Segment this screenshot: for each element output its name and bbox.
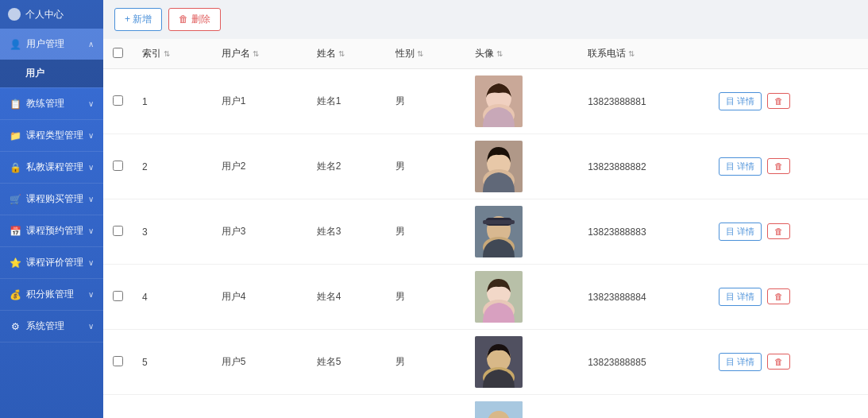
course-reservation-label: 课程预约管理 xyxy=(26,224,83,238)
course-purchase-chevron: ∨ xyxy=(88,195,94,203)
row-avatar-cell xyxy=(465,395,578,419)
teacher-mgmt-label: 教练管理 xyxy=(26,97,64,110)
avatar-2 xyxy=(475,141,523,192)
row-realname: 姓名5 xyxy=(307,330,387,395)
avatar-3 xyxy=(475,206,523,257)
sidebar-item-course-type[interactable]: 📁 课程类型管理 ∨ xyxy=(0,120,103,151)
table-container: 索引⇅ 用户名⇅ 姓名⇅ 性别⇅ 头像⇅ 联系电话⇅ 1 用户1 姓名1 男 xyxy=(103,39,868,418)
row-index: 5 xyxy=(133,330,212,395)
sort-index-icon: ⇅ xyxy=(164,49,170,58)
sidebar-item-system[interactable]: ⚙ 系统管理 ∨ xyxy=(0,311,103,342)
row-username: 用户1 xyxy=(212,69,307,134)
avatar-6 xyxy=(475,401,523,418)
course-type-icon: 📁 xyxy=(10,130,21,141)
detail-button-1[interactable]: 目 详情 xyxy=(719,92,762,110)
menu-group-course-purchase: 🛒 课程购买管理 ∨ xyxy=(0,184,103,215)
delete-row-button-5[interactable]: 🗑 xyxy=(767,354,790,370)
sort-realname-icon: ⇅ xyxy=(338,49,345,58)
system-label: 系统管理 xyxy=(26,319,64,333)
row-actions: 目 详情 🗑 xyxy=(709,395,868,419)
th-phone: 联系电话⇅ xyxy=(578,39,709,69)
delete-row-button-1[interactable]: 🗑 xyxy=(767,93,790,109)
avatar-4 xyxy=(475,271,523,323)
table-header-row: 索引⇅ 用户名⇅ 姓名⇅ 性别⇅ 头像⇅ 联系电话⇅ xyxy=(103,39,868,69)
row-checkbox-1[interactable] xyxy=(113,95,123,106)
row-index: 1 xyxy=(133,69,212,134)
menu-group-course-reservation: 📅 课程预约管理 ∨ xyxy=(0,215,103,247)
row-avatar-cell xyxy=(465,134,578,199)
row-gender: 男 xyxy=(386,69,465,134)
detail-button-2[interactable]: 目 详情 xyxy=(719,157,762,176)
row-phone: 13823888881 xyxy=(578,69,709,134)
course-type-chevron: ∨ xyxy=(88,131,94,140)
sidebar-item-integral[interactable]: 💰 积分账管理 ∨ xyxy=(0,279,103,310)
menu-group-private-course: 🔒 私教课程管理 ∨ xyxy=(0,152,103,184)
sidebar-item-course-evaluation[interactable]: ⭐ 课程评价管理 ∨ xyxy=(0,247,103,278)
sort-phone-icon: ⇅ xyxy=(628,49,635,58)
detail-button-3[interactable]: 目 详情 xyxy=(719,223,762,241)
row-phone: 13823888883 xyxy=(578,199,709,265)
sidebar-item-course-reservation[interactable]: 📅 课程预约管理 ∨ xyxy=(0,215,103,246)
row-checkbox-cell xyxy=(103,265,133,330)
delete-row-button-4[interactable]: 🗑 xyxy=(767,288,790,304)
table-row: 1 用户1 姓名1 男 13823888881 目 详情 🗑 xyxy=(103,69,868,134)
user-table: 索引⇅ 用户名⇅ 姓名⇅ 性别⇅ 头像⇅ 联系电话⇅ 1 用户1 姓名1 男 xyxy=(103,39,868,418)
sidebar-item-user[interactable]: 用户 xyxy=(0,60,103,87)
row-actions: 目 详情 🗑 xyxy=(709,265,868,330)
avatar-5 xyxy=(475,336,523,388)
sidebar: 个人中心 👤 用户管理 ∧ 用户 📋 教练管理 ∨ xyxy=(0,0,103,418)
th-index: 索引⇅ xyxy=(133,39,212,69)
row-username: 用户5 xyxy=(212,330,307,395)
course-purchase-icon: 🛒 xyxy=(10,194,21,205)
add-button[interactable]: + 新增 xyxy=(114,8,162,31)
menu-group-user: 👤 用户管理 ∧ 用户 xyxy=(0,29,103,88)
user-icon xyxy=(8,8,21,21)
user-mgmt-chevron: ∧ xyxy=(88,40,94,48)
private-course-icon: 🔒 xyxy=(10,162,21,173)
table-row: 2 用户2 姓名2 男 13823888882 目 详情 🗑 xyxy=(103,134,868,199)
row-avatar-cell xyxy=(465,199,578,265)
svg-rect-9 xyxy=(483,220,515,224)
user-mgmt-icon: 👤 xyxy=(10,39,21,50)
sidebar-item-teacher-mgmt[interactable]: 📋 教练管理 ∨ xyxy=(0,88,103,119)
sidebar-header-label: 个人中心 xyxy=(25,8,64,21)
row-realname: 姓名3 xyxy=(307,199,387,265)
row-checkbox-4[interactable] xyxy=(113,291,123,301)
delete-button[interactable]: 🗑 删除 xyxy=(168,8,220,31)
sort-username-icon: ⇅ xyxy=(253,49,259,58)
row-username: 用户6 xyxy=(212,395,307,419)
row-username: 用户4 xyxy=(212,265,307,330)
integral-icon: 💰 xyxy=(10,289,21,300)
detail-button-5[interactable]: 目 详情 xyxy=(719,353,762,371)
delete-row-button-2[interactable]: 🗑 xyxy=(767,158,790,174)
course-type-label: 课程类型管理 xyxy=(26,129,83,142)
select-all-checkbox[interactable] xyxy=(113,48,123,58)
th-username: 用户名⇅ xyxy=(212,39,307,69)
user-mgmt-label: 用户管理 xyxy=(26,37,64,51)
sort-avatar-icon: ⇅ xyxy=(496,49,503,58)
row-phone: 13823888886 xyxy=(578,395,709,419)
detail-button-4[interactable]: 目 详情 xyxy=(719,288,762,306)
course-evaluation-chevron: ∨ xyxy=(88,258,94,267)
row-checkbox-5[interactable] xyxy=(113,356,123,366)
course-purchase-label: 课程购买管理 xyxy=(26,192,83,206)
row-avatar-cell xyxy=(465,330,578,395)
row-index: 4 xyxy=(133,265,212,330)
row-checkbox-2[interactable] xyxy=(113,161,123,171)
sidebar-item-user-mgmt[interactable]: 👤 用户管理 ∧ xyxy=(0,29,103,60)
sidebar-item-private-course[interactable]: 🔒 私教课程管理 ∨ xyxy=(0,152,103,183)
table-row: 4 用户4 姓名4 男 13823888884 目 详情 🗑 xyxy=(103,265,868,330)
sidebar-item-course-purchase[interactable]: 🛒 课程购买管理 ∨ xyxy=(0,184,103,215)
row-checkbox-3[interactable] xyxy=(113,226,123,236)
row-gender: 男 xyxy=(386,330,465,395)
teacher-mgmt-chevron: ∨ xyxy=(88,99,94,108)
row-actions: 目 详情 🗑 xyxy=(709,69,868,134)
row-checkbox-cell xyxy=(103,199,133,265)
private-course-chevron: ∨ xyxy=(88,163,94,172)
row-checkbox-cell xyxy=(103,69,133,134)
row-gender: 男 xyxy=(386,395,465,419)
delete-row-button-3[interactable]: 🗑 xyxy=(767,223,790,239)
system-chevron: ∨ xyxy=(88,322,94,331)
row-avatar-cell xyxy=(465,69,578,134)
row-username: 用户2 xyxy=(212,134,307,199)
